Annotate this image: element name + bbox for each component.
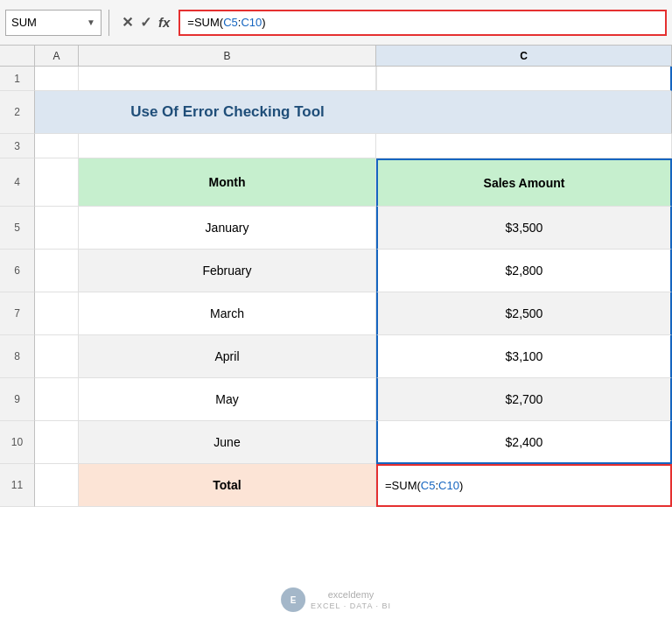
col-header-a[interactable]: A	[35, 46, 79, 66]
cell-a2[interactable]	[35, 91, 79, 134]
name-box-dropdown-icon[interactable]: ▼	[87, 18, 95, 27]
row-num-2: 2	[0, 91, 35, 134]
cell-b3[interactable]	[79, 134, 376, 158]
cell-c2[interactable]	[376, 91, 672, 134]
formula-divider	[108, 10, 109, 36]
sales-january: $3,500	[506, 221, 543, 235]
cell-c8-apr-sales[interactable]: $3,100	[376, 335, 672, 378]
cell-b9-may[interactable]: May	[79, 378, 376, 421]
cell-b10-june[interactable]: June	[79, 421, 376, 464]
cell-b11-total[interactable]: Total	[79, 464, 376, 507]
cell-c11-total-formula[interactable]: =SUM(C5:C10)	[376, 464, 672, 507]
cell-c7-mar-sales[interactable]: $2,500	[376, 292, 672, 335]
sales-may: $2,700	[506, 392, 543, 406]
cell-b6-february[interactable]: February	[79, 250, 376, 292]
cell-c10-jun-sales[interactable]: $2,400	[376, 421, 672, 464]
cell-a11[interactable]	[35, 464, 79, 507]
cell-a3[interactable]	[35, 134, 79, 158]
row-9: 9 May $2,700	[0, 378, 672, 421]
sales-february: $2,800	[506, 264, 543, 278]
formula-range-start: C5	[223, 16, 238, 29]
cell-c9-may-sales[interactable]: $2,700	[376, 378, 672, 421]
row-num-1: 1	[0, 67, 35, 91]
cell-b1[interactable]	[79, 67, 376, 91]
month-january: January	[206, 221, 249, 235]
watermark: E exceldemyEXCEL · DATA · BI	[281, 587, 391, 612]
formula-input[interactable]: =SUM(C5:C10)	[178, 10, 667, 36]
sales-june: $2,400	[506, 435, 543, 449]
cell-c3[interactable]	[376, 134, 672, 158]
row-10: 10 June $2,400	[0, 421, 672, 464]
row-num-10: 10	[0, 421, 35, 464]
row-11: 11 Total =SUM(C5:C10)	[0, 464, 672, 507]
row-num-5: 5	[0, 207, 35, 250]
cancel-icon[interactable]: ✕	[122, 14, 133, 31]
month-february: February	[202, 264, 251, 278]
month-april: April	[214, 349, 239, 363]
cell-b7-march[interactable]: March	[79, 292, 376, 335]
watermark-logo: E	[281, 587, 305, 612]
cell-a5[interactable]	[35, 207, 79, 250]
cell-a1[interactable]	[35, 67, 79, 91]
row-num-8: 8	[0, 335, 35, 378]
formula-range-end: C10	[241, 16, 262, 29]
cell-b8-april[interactable]: April	[79, 335, 376, 378]
column-headers: A B C	[0, 46, 672, 67]
formula-display: =SUM(C5:C10)	[187, 16, 265, 29]
row-num-6: 6	[0, 250, 35, 292]
formula-sum-prefix: =SUM(	[385, 479, 421, 492]
formula-sum-suffix: )	[459, 479, 463, 492]
month-march: March	[210, 306, 244, 320]
cell-b4-month-header[interactable]: Month	[79, 158, 376, 207]
row-num-11: 11	[0, 464, 35, 507]
formula-icons: ✕ ✓ fx	[116, 14, 175, 31]
confirm-icon[interactable]: ✓	[140, 14, 151, 31]
cell-c6-feb-sales[interactable]: $2,800	[376, 250, 672, 292]
title-text: Use Of Error Checking Tool	[130, 103, 325, 121]
cell-c4-sales-header[interactable]: Sales Amount	[376, 158, 672, 207]
row-8: 8 April $3,100	[0, 335, 672, 378]
row-5: 5 January $3,500	[0, 207, 672, 250]
cell-a4[interactable]	[35, 158, 79, 207]
sales-april: $3,100	[506, 349, 543, 363]
row-2: 2 Use Of Error Checking Tool	[0, 91, 672, 134]
col-header-b[interactable]: B	[79, 46, 376, 66]
row-1: 1	[0, 67, 672, 91]
row-4: 4 Month Sales Amount	[0, 158, 672, 207]
sales-header-text: Sales Amount	[484, 176, 565, 190]
month-may: May	[215, 392, 238, 406]
month-june: June	[214, 435, 240, 449]
spreadsheet-grid: 1 2 Use Of Error Checking Tool 3 4 Month…	[0, 67, 672, 507]
col-header-c[interactable]: C	[376, 46, 672, 66]
row-num-3: 3	[0, 134, 35, 158]
name-box-value: SUM	[11, 16, 83, 29]
total-label: Total	[213, 478, 241, 492]
watermark-text: exceldemyEXCEL · DATA · BI	[311, 589, 391, 610]
cell-a7[interactable]	[35, 292, 79, 335]
cell-a9[interactable]	[35, 378, 79, 421]
cell-c5-jan-sales[interactable]: $3,500	[376, 207, 672, 250]
cell-a8[interactable]	[35, 335, 79, 378]
month-header-text: Month	[209, 175, 246, 189]
cell-c1[interactable]	[376, 67, 672, 91]
row-num-9: 9	[0, 378, 35, 421]
cell-a10[interactable]	[35, 421, 79, 464]
formula-bar: SUM ▼ ✕ ✓ fx =SUM(C5:C10)	[0, 0, 672, 46]
row-6: 6 February $2,800	[0, 250, 672, 292]
row-num-4: 4	[0, 158, 35, 207]
row-3: 3	[0, 134, 672, 158]
fx-icon[interactable]: fx	[158, 15, 170, 30]
formula-sum-c10: C10	[438, 479, 459, 492]
row-7: 7 March $2,500	[0, 292, 672, 335]
name-box[interactable]: SUM ▼	[5, 10, 102, 36]
row-num-7: 7	[0, 292, 35, 335]
formula-sum-c5: C5	[421, 479, 436, 492]
cell-b5-january[interactable]: January	[79, 207, 376, 250]
sales-march: $2,500	[506, 306, 543, 320]
cell-a6[interactable]	[35, 250, 79, 292]
row-header-spacer	[0, 46, 35, 66]
cell-b2-title[interactable]: Use Of Error Checking Tool	[79, 91, 376, 134]
watermark-logo-letter: E	[290, 595, 297, 605]
